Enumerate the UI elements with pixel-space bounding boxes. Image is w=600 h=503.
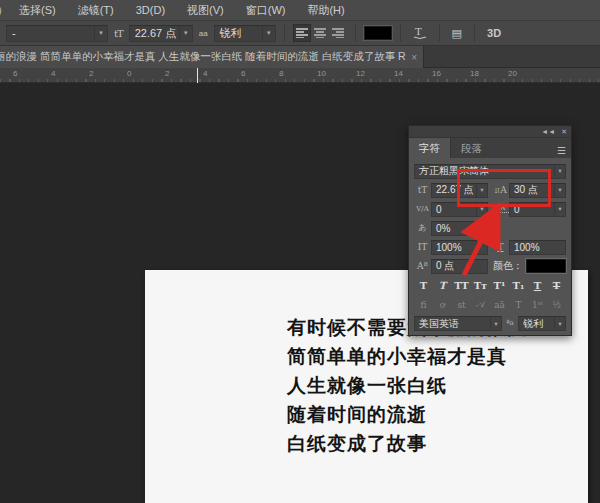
tool-options-bar: - ▼ tT 22.67 点 ▼ aa 锐利 ▼ T — [0, 21, 600, 46]
ruler-number: 0 — [127, 69, 131, 78]
divider — [355, 24, 356, 42]
antialias-icon: aa — [199, 29, 208, 38]
close-panel-icon[interactable]: ✕ — [561, 128, 567, 136]
panel-title-bar: ◄◄ ✕ — [409, 126, 571, 138]
ruler-number: 8 — [279, 69, 283, 78]
divider — [474, 24, 475, 42]
subscript-button[interactable]: T₁ — [510, 278, 527, 293]
tracking-dropdown[interactable]: 0 ▼ — [509, 202, 566, 217]
ruler-number: 16 — [432, 69, 441, 78]
ordinals-button[interactable]: 1ˢᵗ — [529, 297, 546, 312]
menu-select[interactable]: 选择(S) — [8, 0, 67, 21]
menu-window[interactable]: 窗口(W) — [235, 0, 297, 21]
menu-filter[interactable]: 滤镜(T) — [67, 0, 125, 21]
chevron-down-icon: ▼ — [490, 317, 501, 330]
language-row: 美国英语 ▼ ªa 锐利 ▼ — [414, 316, 566, 331]
text-line: 简简单单的小幸福才是真 — [287, 342, 527, 371]
photoshop-window: ) 选择(S) 滤镜(T) 3D(D) 视图(V) 窗口(W) 帮助(H) - … — [0, 0, 600, 503]
disc-ligatures-button[interactable]: st — [453, 297, 470, 312]
text-color-swatch[interactable] — [364, 26, 392, 40]
ruler-number: 10 — [317, 69, 326, 78]
3d-button[interactable]: 3D — [483, 27, 505, 39]
horizontal-scale-field[interactable]: 100% — [509, 240, 566, 255]
strikethrough-button[interactable]: T — [548, 278, 565, 293]
menu-3d[interactable]: 3D(D) — [125, 0, 176, 21]
antialias-dropdown[interactable]: 锐利 ▼ — [518, 316, 566, 331]
menu-view[interactable]: 视图(V) — [176, 0, 235, 21]
color-label: 颜色： — [492, 259, 526, 273]
divider — [284, 24, 285, 42]
antialias-dropdown[interactable]: 锐利 ▼ — [214, 25, 276, 42]
swash-button[interactable]: 𝒜 — [472, 297, 489, 312]
font-size-dropdown[interactable]: 22.67 点 ▼ — [129, 25, 193, 42]
contextual-alt-button[interactable]: ơ — [434, 297, 451, 312]
opentype-buttons: fi ơ st 𝒜 aā T 1ˢᵗ ½ — [415, 297, 565, 312]
baseline-shift-field[interactable]: 0 点 — [431, 259, 488, 274]
collapse-panel-icon[interactable]: ◄◄ — [541, 128, 555, 135]
align-right-button[interactable] — [329, 24, 347, 42]
font-size-dropdown[interactable]: 22.67 点 ▼ — [431, 183, 488, 198]
warp-text-button[interactable]: T — [409, 26, 431, 41]
tab-character[interactable]: 字符 — [409, 138, 451, 158]
divider — [400, 24, 401, 42]
document-tab-bar: 丽的浪漫 简简单单的小幸福才是真 人生就像一张白纸 随着时间的流逝 白纸变成了故… — [0, 46, 600, 68]
tool-preset-dropdown[interactable]: - ▼ — [6, 25, 108, 42]
leading-icon: ⇵A — [492, 186, 509, 195]
antialias-icon: ªa — [502, 320, 518, 327]
menu-bar: ) 选择(S) 滤镜(T) 3D(D) 视图(V) 窗口(W) 帮助(H) — [0, 0, 600, 21]
svg-text:T: T — [415, 26, 422, 37]
stylistic-alt-button[interactable]: aā — [491, 297, 508, 312]
chevron-down-icon: ▼ — [476, 222, 487, 235]
ruler-number: 4 — [51, 69, 55, 78]
language-dropdown[interactable]: 美国英语 ▼ — [414, 316, 502, 331]
underline-button[interactable]: T — [529, 278, 546, 293]
faux-bold-button[interactable]: T — [415, 278, 432, 293]
toggle-panels-button[interactable]: ▤ — [448, 27, 466, 40]
align-center-button[interactable] — [311, 24, 329, 42]
ruler-number: 2 — [89, 69, 93, 78]
chevron-down-icon: ▼ — [554, 165, 565, 178]
chevron-down-icon: ▼ — [554, 317, 565, 330]
menu-help[interactable]: 帮助(H) — [296, 0, 355, 21]
text-line: 白纸变成了故事 — [287, 429, 527, 458]
ruler-number: 2 — [165, 69, 169, 78]
proportional-spacing-icon: あ — [414, 224, 431, 232]
align-left-button[interactable] — [293, 24, 311, 42]
character-panel: ◄◄ ✕ 字符 段落 ☰ 方正粗黑宋简体 ▼ tT 22.67 点 ▼ — [408, 125, 572, 336]
tracking-icon: VA — [492, 205, 509, 213]
baseline-shift-icon: Aª — [414, 262, 431, 271]
tab-paragraph[interactable]: 段落 — [451, 138, 492, 158]
ruler-number: 6 — [241, 69, 245, 78]
vertical-scale-icon: IT — [414, 243, 431, 252]
divider — [439, 24, 440, 42]
ruler-number: 6 — [13, 69, 17, 78]
titling-alt-button[interactable]: T — [510, 297, 527, 312]
proportional-spacing-dropdown[interactable]: 0% ▼ — [431, 221, 488, 236]
superscript-button[interactable]: T¹ — [491, 278, 508, 293]
ruler-number: 18 — [470, 69, 479, 78]
warp-text-icon: T — [413, 26, 427, 39]
vertical-scale-field[interactable]: 100% — [431, 240, 488, 255]
document-title: 丽的浪漫 简简单单的小幸福才是真 人生就像一张白纸 随着时间的流逝 白纸变成了故… — [0, 50, 406, 64]
font-size-icon: tT — [114, 28, 123, 39]
align-right-icon — [332, 28, 344, 38]
ligatures-button[interactable]: fi — [415, 297, 432, 312]
document-tab[interactable]: 丽的浪漫 简简单单的小幸福才是真 人生就像一张白纸 随着时间的流逝 白纸变成了故… — [0, 46, 424, 68]
chevron-down-icon: ▼ — [179, 26, 192, 41]
ruler-number: 20 — [508, 69, 517, 78]
close-tab-icon[interactable]: × — [411, 52, 417, 63]
font-size-icon: tT — [414, 186, 431, 195]
faux-italic-button[interactable]: T — [434, 278, 451, 293]
panel-menu-icon[interactable]: ☰ — [557, 145, 571, 158]
fractions-button[interactable]: ½ — [548, 297, 565, 312]
leading-dropdown[interactable]: 30 点 ▼ — [509, 183, 566, 198]
text-line: 人生就像一张白纸 — [287, 371, 527, 400]
all-caps-button[interactable]: TT — [453, 278, 470, 293]
ruler-cursor-marker — [197, 68, 198, 83]
font-family-dropdown[interactable]: 方正粗黑宋简体 ▼ — [414, 164, 566, 179]
text-color-swatch[interactable] — [526, 259, 566, 273]
horizontal-ruler[interactable]: 6 4 2 0 2 4 6 8 10 12 14 16 18 20 — [0, 68, 600, 83]
text-align-group — [293, 24, 347, 42]
small-caps-button[interactable]: Tт — [472, 278, 489, 293]
kerning-dropdown[interactable]: 0 ▼ — [431, 202, 488, 217]
